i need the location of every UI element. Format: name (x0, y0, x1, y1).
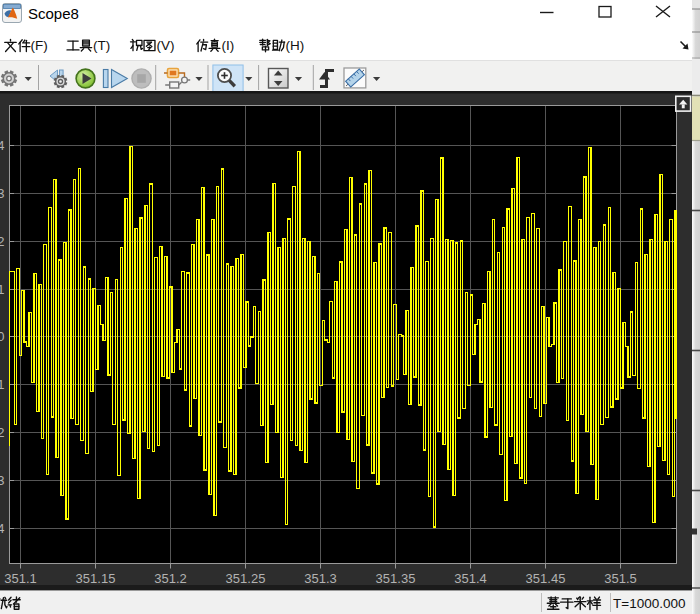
svg-text:0.1: 0.1 (0, 282, 5, 297)
svg-text:(T): (T) (93, 38, 110, 53)
svg-text:351.2: 351.2 (154, 571, 187, 586)
svg-text:351.35: 351.35 (376, 571, 416, 586)
svg-text:351.5: 351.5 (604, 571, 637, 586)
svg-text:-0.4: -0.4 (0, 521, 5, 536)
svg-text:351.25: 351.25 (226, 571, 266, 586)
svg-text:351.1: 351.1 (4, 571, 37, 586)
svg-text:0: 0 (0, 329, 5, 344)
svg-text:(V): (V) (157, 38, 175, 53)
svg-text:(H): (H) (286, 38, 305, 53)
svg-text:(I): (I) (222, 38, 235, 53)
svg-text:-0.3: -0.3 (0, 473, 5, 488)
svg-text:0.3: 0.3 (0, 186, 5, 201)
svg-text:351.15: 351.15 (76, 571, 116, 586)
svg-text:351.3: 351.3 (304, 571, 337, 586)
svg-text:351.4: 351.4 (454, 571, 487, 586)
svg-text:-0.1: -0.1 (0, 377, 5, 392)
svg-text:0.2: 0.2 (0, 234, 5, 249)
svg-text:351.45: 351.45 (526, 571, 566, 586)
svg-text:-0.2: -0.2 (0, 425, 5, 440)
svg-text:0.4: 0.4 (0, 138, 5, 153)
svg-text:(F): (F) (31, 38, 48, 53)
